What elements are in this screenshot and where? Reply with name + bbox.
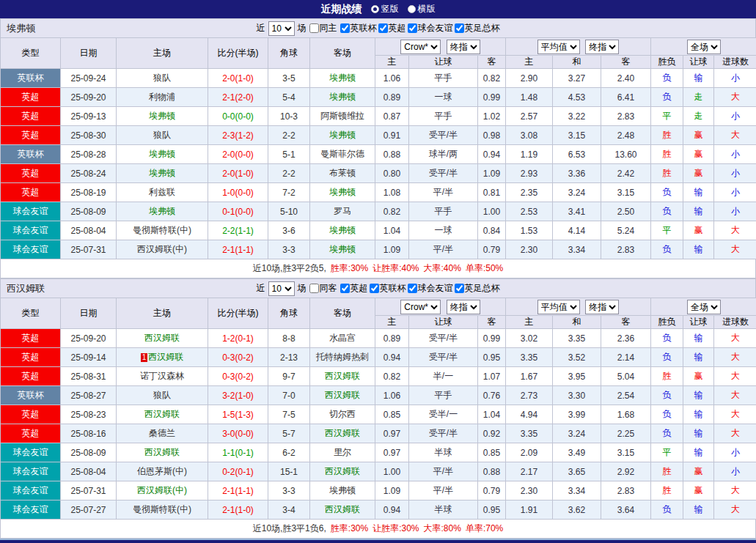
league-filter[interactable]: 英联杯 xyxy=(370,282,406,295)
page-title: 近期战绩 xyxy=(321,3,362,16)
result-handicap: 输 xyxy=(683,329,714,348)
match-type-badge: 英超 xyxy=(1,329,61,348)
result-goals: 小 xyxy=(714,145,756,164)
match-date: 25-09-20 xyxy=(61,88,117,107)
odds-away: 0.79 xyxy=(478,481,506,500)
odds-handicap: 平手 xyxy=(409,386,478,405)
same-venue-checkbox[interactable] xyxy=(309,284,319,293)
avg-home: 2.17 xyxy=(506,462,553,481)
match-date: 25-08-27 xyxy=(61,386,117,405)
away-team: 西汉姆联 xyxy=(310,462,375,481)
home-team: 1西汉姆联 xyxy=(117,348,208,367)
layout-radio-vertical[interactable]: 竖版 xyxy=(371,3,399,15)
odds-group-header: Crow* 终指 xyxy=(375,38,506,56)
result-handicap: 输 xyxy=(683,240,714,259)
match-count-select[interactable]: 10 xyxy=(268,281,295,296)
avg-draw: 6.53 xyxy=(553,145,601,164)
col-corner: 角球 xyxy=(268,298,310,329)
team-link: 埃弗顿 xyxy=(329,92,356,102)
average-select[interactable]: 平均值 xyxy=(537,300,580,314)
match-row: 英超25-08-24埃弗顿2-0(1-0)2-2布莱顿0.80受平/半1.092… xyxy=(1,164,756,183)
same-venue-checkbox[interactable] xyxy=(309,23,319,33)
col-type: 类型 xyxy=(1,298,61,329)
league-checkbox[interactable] xyxy=(370,284,379,293)
team-link: 利物浦 xyxy=(149,92,175,102)
league-filter[interactable]: 球会友谊 xyxy=(408,22,453,34)
team-section: 埃弗顿 近 10 场 同主 英联杯英超球会友谊英足总杯 类型 日期 主场 比分(… xyxy=(0,18,756,278)
avg-draw: 3.30 xyxy=(553,386,601,405)
league-checkbox[interactable] xyxy=(340,284,350,293)
avg-home: 2.90 xyxy=(506,69,553,88)
team-link: 西汉姆联 xyxy=(144,409,180,419)
odds-away: 1.07 xyxy=(478,367,506,386)
result-outcome: 平 xyxy=(651,443,683,462)
subcol-odds-away: 客 xyxy=(478,316,506,329)
score: 2-1(2-0) xyxy=(208,88,268,107)
avg-away: 2.50 xyxy=(601,202,651,221)
score: 2-1(1-1) xyxy=(208,240,268,259)
away-team: 罗马 xyxy=(310,202,375,221)
league-filter[interactable]: 英超 xyxy=(340,282,368,295)
league-filter[interactable]: 球会友谊 xyxy=(408,282,453,295)
league-checkbox[interactable] xyxy=(340,23,350,33)
corner-score: 5-10 xyxy=(268,202,310,221)
odds-handicap: 受平/半 xyxy=(409,424,478,443)
average-select[interactable]: 平均值 xyxy=(537,40,580,54)
result-outcome: 胜 xyxy=(651,462,683,481)
league-checkbox[interactable] xyxy=(455,284,464,293)
col-date: 日期 xyxy=(61,38,117,69)
odds-handicap: 受平/半 xyxy=(409,126,478,145)
league-checkbox[interactable] xyxy=(378,23,388,33)
team-link: 西汉姆联 xyxy=(325,371,360,381)
league-filter[interactable]: 英足总杯 xyxy=(455,282,500,295)
match-type-badge: 英联杯 xyxy=(1,69,61,88)
league-checkbox[interactable] xyxy=(408,23,417,33)
radio-circle-icon xyxy=(371,5,379,13)
match-type-badge: 英超 xyxy=(1,164,61,183)
league-filter[interactable]: 英足总杯 xyxy=(455,22,500,34)
result-outcome: 胜 xyxy=(651,126,683,145)
avg-stage-select[interactable]: 终指 xyxy=(585,40,619,54)
avg-away: 13.60 xyxy=(601,145,651,164)
team-link: 狼队 xyxy=(153,73,171,83)
match-type-badge: 英联杯 xyxy=(1,145,61,164)
avg-stage-select[interactable]: 终指 xyxy=(585,300,619,314)
result-handicap: 输 xyxy=(683,202,714,221)
layout-radio-horizontal[interactable]: 横版 xyxy=(408,3,436,15)
odds-handicap: 半/一 xyxy=(409,367,478,386)
match-date: 25-08-04 xyxy=(61,221,117,240)
same-venue-filter[interactable]: 同客 xyxy=(309,282,337,295)
match-date: 25-08-23 xyxy=(61,405,117,424)
result-outcome: 负 xyxy=(651,500,683,520)
odds-stage-select[interactable]: 终指 xyxy=(447,40,480,54)
team-link: 埃弗顿 xyxy=(329,130,356,140)
score: 0-2(0-1) xyxy=(208,462,268,481)
league-filter[interactable]: 英超 xyxy=(378,22,406,34)
league-checkbox[interactable] xyxy=(408,284,417,293)
summary-stat: 单率:50% xyxy=(466,262,503,275)
league-checkbox[interactable] xyxy=(455,23,464,33)
league-filter[interactable]: 英联杯 xyxy=(340,22,377,34)
result-goals: 小 xyxy=(714,443,756,462)
match-count-select[interactable]: 10 xyxy=(268,21,295,36)
team-link: 埃弗顿 xyxy=(329,187,356,197)
average-group-header: 平均值 终指 xyxy=(506,298,651,316)
same-venue-filter[interactable]: 同主 xyxy=(309,22,337,34)
subcol-avg-away: 客 xyxy=(601,316,651,329)
odds-handicap: 一球 xyxy=(409,221,478,240)
scope-select[interactable]: 全场 xyxy=(687,40,721,54)
avg-away: 3.15 xyxy=(601,183,651,202)
odds-handicap: 平/半 xyxy=(409,240,478,259)
corner-score: 3-3 xyxy=(268,240,310,259)
odds-handicap: 平手 xyxy=(409,69,478,88)
match-type-badge: 球会友谊 xyxy=(1,240,61,259)
bookmaker-select[interactable]: Crow* xyxy=(400,40,441,54)
scope-select[interactable]: 全场 xyxy=(687,300,721,314)
league-label: 英超 xyxy=(389,22,406,34)
match-date: 25-08-09 xyxy=(61,202,117,221)
result-goals: 小 xyxy=(714,164,756,183)
result-goals: 大 xyxy=(714,329,756,348)
home-team: 狼队 xyxy=(117,386,208,405)
bookmaker-select[interactable]: Crow* xyxy=(400,300,441,314)
odds-stage-select[interactable]: 终指 xyxy=(447,300,480,314)
